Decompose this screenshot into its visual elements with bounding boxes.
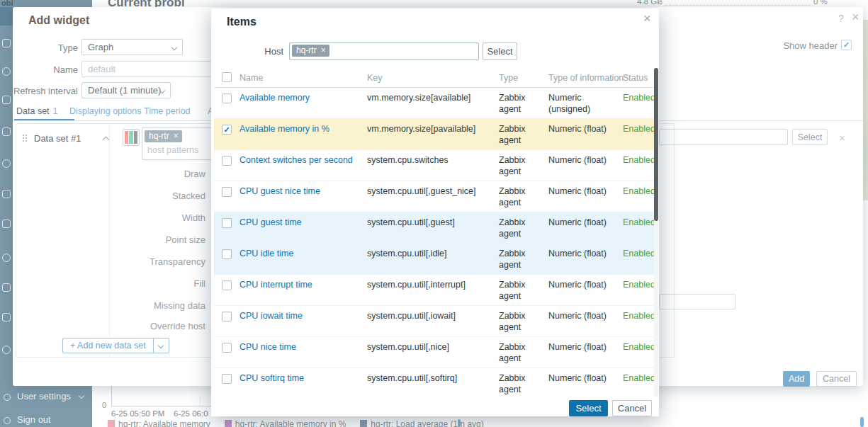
sidebar-icon[interactable] [2, 313, 11, 321]
item-type: Zabbix agent [499, 279, 536, 302]
item-checkbox[interactable] [222, 156, 232, 166]
item-name-link[interactable]: CPU guest time [239, 217, 302, 228]
show-header-checkbox[interactable]: ✓ [841, 40, 852, 50]
item-name-link[interactable]: CPU interrupt time [239, 279, 312, 290]
add-data-set-dropdown[interactable] [153, 338, 169, 353]
item-checkbox[interactable] [222, 280, 232, 290]
modal-scrollbar-thumb[interactable] [654, 68, 658, 221]
page-scrollbar[interactable] [860, 417, 864, 427]
items-table-body: Available memory vm.memory.size[availabl… [214, 88, 654, 399]
legend-label: hq-rtr: Available memory [118, 419, 210, 427]
item-name-link[interactable]: Available memory [239, 92, 310, 103]
legend-scrollbar[interactable] [458, 419, 461, 427]
item-checkbox[interactable] [222, 312, 232, 321]
table-row: ✓ Available memory in % vm.memory.size[p… [214, 119, 654, 150]
sidebar-logo: obi [1, 0, 13, 6]
sidebar-icon[interactable] [2, 190, 11, 198]
item-checkbox[interactable] [222, 249, 232, 259]
item-checkbox[interactable] [222, 218, 232, 228]
cancel-button[interactable]: Cancel [816, 371, 857, 387]
host-select-button[interactable]: Select [483, 42, 517, 60]
close-icon[interactable]: × [852, 10, 859, 25]
legend-item[interactable]: hq-rtr: Available memory in % [225, 419, 346, 427]
sidebar-icon[interactable] [2, 39, 11, 47]
sidebar-icon[interactable] [2, 96, 11, 104]
graph-gridline [200, 395, 201, 406]
cpu-stat-fragment: 0 % [813, 0, 842, 6]
item-info-type: Numeric (float) [548, 154, 619, 166]
tab-data-set[interactable]: Data set1 [16, 106, 58, 116]
dataset-field-label: Draw [184, 169, 205, 179]
sidebar-icon[interactable] [2, 220, 11, 228]
add-new-data-set-button[interactable]: + Add new data set [62, 338, 169, 353]
graph-y-tick: 0 [102, 401, 106, 409]
sidebar-icon[interactable] [2, 67, 11, 76]
dataset-field-label: Transparency [150, 256, 205, 267]
item-name-link[interactable]: Context switches per second [239, 154, 353, 166]
item-name-link[interactable]: Available memory in % [239, 123, 329, 135]
dataset-divider [109, 125, 110, 358]
host-filter-input[interactable]: hq-rtr× [289, 42, 479, 60]
item-name-link[interactable]: CPU guest nice time [239, 186, 320, 197]
item-name-link[interactable]: CPU nice time [239, 341, 296, 353]
modal-title: Items [227, 16, 257, 28]
tab-displaying-options[interactable]: Displaying options [69, 106, 141, 116]
secondary-input[interactable] [659, 294, 735, 309]
sidebar-active-item[interactable] [0, 7, 13, 25]
remove-tag-icon[interactable]: × [174, 131, 179, 141]
item-name-link[interactable]: CPU iowait time [239, 310, 303, 321]
host-patterns-placeholder: host patterns [147, 145, 198, 155]
remove-tag-icon[interactable]: × [321, 45, 326, 55]
sidebar-icon[interactable] [2, 127, 11, 136]
sidebar-icon[interactable] [2, 346, 11, 354]
help-icon[interactable]: ? [838, 13, 844, 24]
user-settings-icon [4, 394, 11, 401]
cancel-button[interactable]: Cancel [612, 400, 652, 416]
map-widget-sliver [863, 20, 868, 200]
item-key: system.cpu.util[,guest_nice] [367, 186, 476, 197]
legend-item[interactable]: hq-rtr: Available memory [108, 419, 210, 427]
close-icon[interactable]: × [643, 11, 651, 26]
item-checkbox[interactable] [222, 374, 232, 384]
item-patterns-input[interactable] [659, 129, 788, 145]
item-type: Zabbix agent [499, 123, 536, 146]
swatch-stripe [125, 131, 128, 144]
column-name: Name [239, 73, 263, 83]
sidebar-icon[interactable] [2, 159, 11, 168]
select-button[interactable]: Select [569, 400, 608, 416]
legend-swatch [108, 420, 115, 427]
item-checkbox[interactable] [222, 93, 232, 103]
refresh-interval-select[interactable]: Default (1 minute) [81, 82, 171, 98]
refresh-interval-value: Default (1 minute) [88, 85, 161, 96]
items-modal: Items × Host hq-rtr× Select Name Key Typ… [211, 8, 659, 416]
table-row: CPU guest time system.cpu.util[,guest] Z… [214, 212, 654, 244]
table-row: CPU interrupt time system.cpu.util[,inte… [214, 275, 654, 306]
item-info-type: Numeric (float) [548, 341, 619, 353]
color-swatch[interactable] [123, 129, 140, 146]
host-tag-label: hq-rtr [149, 131, 169, 141]
add-button[interactable]: Add [783, 371, 810, 387]
sidebar-item-user-settings[interactable]: User settings [17, 391, 71, 402]
chevron-down-icon [171, 45, 177, 50]
item-checkbox[interactable] [222, 187, 232, 197]
table-header: Name Key Type Type of information Status [214, 71, 654, 88]
item-status: Enabled [623, 186, 655, 197]
legend-item[interactable]: hq-rtr: Load average (1m avg) [360, 419, 483, 427]
check-icon: ✓ [843, 40, 850, 49]
remove-row-icon[interactable]: × [839, 132, 845, 144]
sidebar-item-sign-out[interactable]: Sign out [17, 414, 51, 425]
drag-handle-icon[interactable] [23, 135, 24, 136]
item-checkbox[interactable]: ✓ [222, 125, 232, 135]
item-name-link[interactable]: CPU softirq time [239, 372, 304, 384]
sidebar-icon[interactable] [2, 283, 11, 292]
sidebar-icon[interactable] [2, 254, 11, 262]
item-select-button[interactable]: Select [792, 129, 828, 145]
type-select[interactable]: Graph [81, 39, 183, 55]
dataset-field-label: Point size [166, 234, 205, 245]
tab-time-period[interactable]: Time period [144, 106, 191, 116]
modal-scrollbar-track[interactable] [654, 68, 658, 397]
type-label: Type [13, 42, 78, 53]
select-all-checkbox[interactable] [222, 72, 232, 82]
item-checkbox[interactable] [222, 343, 232, 353]
item-name-link[interactable]: CPU idle time [239, 248, 293, 259]
